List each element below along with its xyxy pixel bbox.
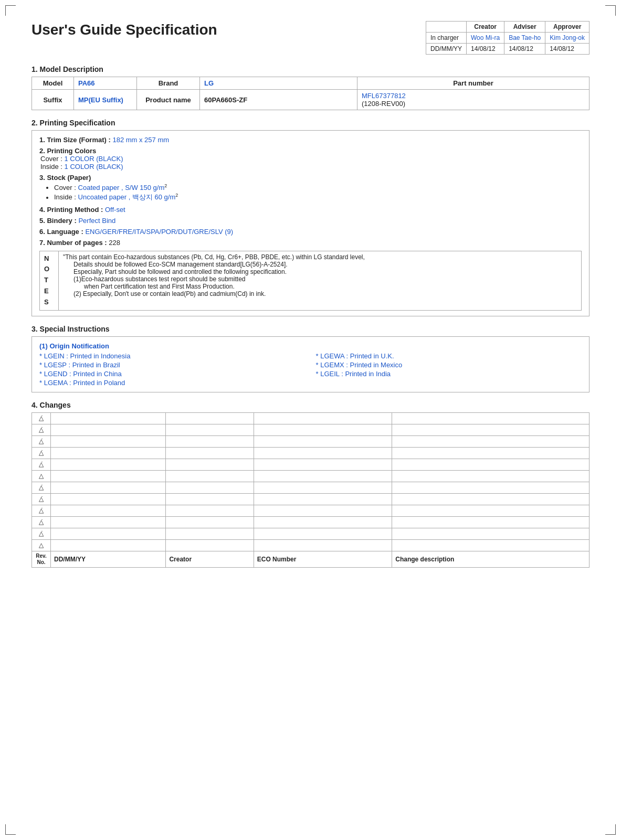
table-row: △̇: [32, 505, 590, 516]
change-desc: [392, 493, 590, 505]
approval-header-adviser: Adviser: [504, 22, 545, 33]
approval-creator-name: Woo Mi-ra: [467, 33, 504, 44]
table-row: △̇: [32, 459, 590, 470]
change-desc: [392, 482, 590, 493]
change-creator: [166, 459, 254, 470]
printing-method-value: Off-set: [105, 206, 125, 214]
notes-table: N O T E S "This part contain Eco-hazardo…: [39, 251, 582, 311]
changes-footer-revno: Rev.No.: [32, 551, 51, 567]
origin-empty: [316, 379, 582, 387]
change-eco: [254, 459, 392, 470]
notes-line-6: (2) Especially, Don't use or contain lea…: [63, 290, 266, 297]
origin-lgeil: * LGEIL : Printed in India: [316, 370, 582, 378]
stock-cover-value: Coated paper , S/W 150 g/m: [78, 184, 165, 192]
changes-footer-date: DD/MM/YY: [51, 551, 166, 567]
approval-adviser-date: 14/08/12: [504, 44, 545, 55]
model-partnumber-value: MFL67377812 (1208-REV00): [357, 90, 590, 110]
change-creator: [166, 528, 254, 539]
model-productname-value: 60PA660S-ZF: [200, 90, 357, 110]
notes-line-5: when Part certification test and First M…: [63, 283, 235, 290]
approval-header-approver: Approver: [545, 22, 590, 33]
colors-inside-row: Inside : 1 COLOR (BLACK): [39, 163, 582, 171]
bindery-label: 5. Bindery :: [39, 217, 77, 225]
origin-lgemx: * LGEMX : Printed in Mexico: [316, 361, 582, 369]
change-icon: △̇: [32, 482, 51, 493]
model-productname-header: Product name: [137, 90, 200, 110]
table-row: △: [32, 539, 590, 551]
language-item: 6. Language : ENG/GER/FRE/ITA/SPA/POR/DU…: [39, 228, 582, 236]
stock-cover-sup: 2: [164, 183, 167, 188]
change-date: [51, 528, 166, 539]
stock-inside-item: Inside : Uncoated paper , 백상지 60 g/m2: [54, 193, 582, 202]
colors-inside-label: Inside :: [40, 163, 62, 171]
model-table: Model PA66 Brand LG Part number Suffix M…: [31, 77, 590, 110]
stock-item: 3. Stock (Paper) Cover : Coated paper , …: [39, 174, 582, 203]
change-creator: [166, 516, 254, 528]
stock-inside-sup: 2: [175, 193, 178, 198]
change-creator: [166, 447, 254, 459]
header: User's Guide Specification Creator Advis…: [31, 21, 590, 55]
corner-br: [605, 824, 616, 835]
pages-label: 7. Number of pages :: [39, 239, 107, 247]
trim-size-item: 1. Trim Size (Format) : 182 mm x 257 mm: [39, 136, 582, 144]
approval-approver-name: Kim Jong-ok: [545, 33, 590, 44]
origin-lgend: * LGEND : Printed in China: [39, 370, 306, 378]
model-col1-value: PA66: [74, 77, 137, 90]
change-desc: [392, 424, 590, 435]
stock-inside-value: Uncoated paper , 백상지 60 g/m: [78, 194, 176, 201]
model-suffix-header: Suffix: [32, 90, 74, 110]
corner-tr: [605, 5, 616, 16]
stock-cover-label: Cover :: [54, 184, 76, 192]
changes-footer-eco: ECO Number: [254, 551, 392, 567]
change-icon: △̇: [32, 528, 51, 539]
printing-spec-box: 1. Trim Size (Format) : 182 mm x 257 mm …: [31, 130, 590, 316]
stock-cover-item: Cover : Coated paper , S/W 150 g/m2: [54, 183, 582, 192]
notes-content: "This part contain Eco-hazardous substan…: [59, 251, 582, 310]
change-desc: [392, 528, 590, 539]
change-date: [51, 493, 166, 505]
change-eco: [254, 516, 392, 528]
change-date: [51, 459, 166, 470]
change-icon: △̇: [32, 493, 51, 505]
change-desc: [392, 505, 590, 516]
changes-footer-creator: Creator: [166, 551, 254, 567]
change-eco: [254, 412, 392, 424]
change-date: [51, 482, 166, 493]
change-date: [51, 516, 166, 528]
change-creator: [166, 435, 254, 447]
notes-line-1: "This part contain Eco-hazardous substan…: [63, 253, 365, 261]
change-icon: △̇: [32, 447, 51, 459]
bindery-item: 5. Bindery : Perfect Bind: [39, 217, 582, 225]
model-partnumber-rev: (1208-REV00): [362, 100, 405, 108]
origin-lgesp: * LGESP : Printed in Brazil: [39, 361, 306, 369]
section-changes: 4. Changes: [31, 401, 590, 409]
changes-footer-desc: Change description: [392, 551, 590, 567]
change-eco: [254, 424, 392, 435]
stock-inside-label: Inside :: [54, 194, 76, 201]
change-date: [51, 505, 166, 516]
table-row: △̇: [32, 435, 590, 447]
section-model-description: 1. Model Description: [31, 65, 590, 73]
trim-size-label: 1. Trim Size (Format) :: [39, 136, 111, 144]
change-creator: [166, 539, 254, 551]
model-suffix-value: MP(EU Suffix): [74, 90, 137, 110]
change-creator: [166, 493, 254, 505]
change-creator: [166, 470, 254, 482]
origin-lgema: * LGEMA : Printed in Poland: [39, 379, 306, 387]
stock-list: Cover : Coated paper , S/W 150 g/m2 Insi…: [54, 183, 582, 203]
notes-label: N O T E S: [40, 251, 59, 310]
colors-inside-value: 1 COLOR (BLACK): [65, 163, 123, 171]
pages-item: 7. Number of pages : 228: [39, 239, 582, 247]
printing-colors-label: 2. Printing Colors: [39, 147, 582, 155]
table-row: △̇: [32, 528, 590, 539]
change-icon: △̇: [32, 505, 51, 516]
colors-cover-row: Cover : 1 COLOR (BLACK): [39, 155, 582, 163]
table-row: △̇: [32, 424, 590, 435]
table-row: △̇: [32, 412, 590, 424]
change-icon: △̇: [32, 516, 51, 528]
model-col2-header: Brand: [137, 77, 200, 90]
page-title: User's Guide Specification: [31, 21, 415, 39]
printing-colors-item: 2. Printing Colors Cover : 1 COLOR (BLAC…: [39, 147, 582, 171]
change-icon: △̇: [32, 412, 51, 424]
change-eco: [254, 493, 392, 505]
